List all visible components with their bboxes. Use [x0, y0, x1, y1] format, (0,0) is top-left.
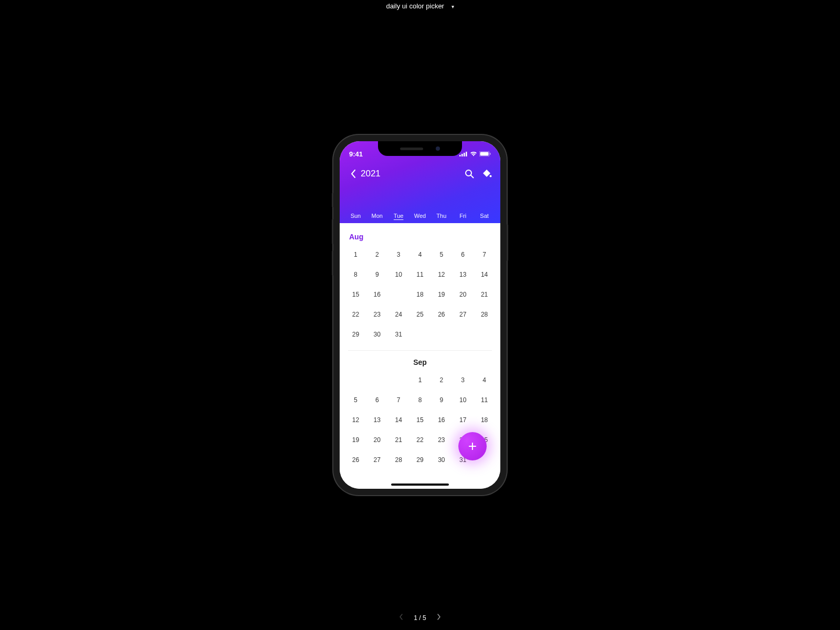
- day-cell[interactable]: 9: [430, 393, 452, 407]
- day-number: 8: [418, 396, 422, 404]
- day-number: 31: [395, 331, 402, 338]
- chevron-left-icon: [399, 614, 403, 620]
- day-cell[interactable]: 27: [366, 453, 388, 467]
- day-number: 17: [459, 416, 466, 424]
- svg-rect-3: [466, 152, 467, 156]
- day-cell[interactable]: 14: [474, 267, 495, 282]
- day-cell[interactable]: 14: [388, 413, 410, 427]
- viewer-title-bar[interactable]: daily ui color picker ▾: [0, 2, 840, 10]
- dow-tue: Tue: [388, 213, 410, 219]
- day-cell[interactable]: 16: [430, 413, 452, 427]
- day-cell[interactable]: 11: [474, 393, 495, 407]
- day-cell[interactable]: 17: [452, 413, 474, 427]
- month-label-sep[interactable]: Sep: [345, 356, 495, 371]
- nav-row: 2021: [340, 161, 500, 179]
- day-cell[interactable]: 8: [410, 393, 431, 407]
- day-cell[interactable]: 19: [430, 287, 452, 302]
- day-cell[interactable]: 10: [452, 393, 474, 407]
- day-number: 14: [481, 271, 488, 278]
- day-cell[interactable]: 30: [430, 453, 452, 467]
- day-cell[interactable]: 4: [474, 373, 495, 387]
- day-cell[interactable]: 19: [345, 433, 366, 447]
- day-cell[interactable]: 21: [474, 287, 495, 302]
- empty-cell: [366, 373, 388, 387]
- day-number: 12: [438, 271, 445, 278]
- day-cell[interactable]: 30: [366, 327, 388, 342]
- add-event-fab[interactable]: +: [458, 432, 487, 460]
- day-cell[interactable]: 17: [388, 287, 410, 302]
- day-cell[interactable]: 2: [366, 247, 388, 262]
- day-cell[interactable]: 6: [452, 247, 474, 262]
- day-number: 16: [374, 291, 381, 298]
- day-cell[interactable]: 26: [430, 307, 452, 322]
- phone-volume-up: [332, 219, 333, 244]
- day-cell[interactable]: 13: [452, 267, 474, 282]
- day-cell[interactable]: 12: [345, 413, 366, 427]
- day-cell[interactable]: 28: [388, 453, 410, 467]
- back-button[interactable]: [346, 170, 361, 178]
- day-cell[interactable]: 26: [345, 453, 366, 467]
- home-indicator[interactable]: [391, 484, 449, 486]
- day-cell[interactable]: 23: [430, 433, 452, 447]
- month-label-aug[interactable]: Aug: [345, 230, 495, 245]
- day-cell[interactable]: 1: [410, 373, 431, 387]
- day-number: 20: [459, 291, 466, 298]
- day-cell[interactable]: 7: [474, 247, 495, 262]
- day-cell[interactable]: 22: [345, 307, 366, 322]
- chevron-down-icon: ▾: [452, 4, 454, 9]
- day-cell[interactable]: 2: [430, 373, 452, 387]
- pager-next[interactable]: [437, 614, 441, 622]
- day-cell[interactable]: 15: [410, 413, 431, 427]
- day-cell[interactable]: 3: [452, 373, 474, 387]
- day-cell[interactable]: 7: [388, 393, 410, 407]
- search-button[interactable]: [465, 169, 474, 178]
- battery-icon: [479, 151, 491, 156]
- day-cell[interactable]: 22: [410, 433, 431, 447]
- day-cell[interactable]: 23: [366, 307, 388, 322]
- status-icons: [459, 151, 491, 156]
- nav-actions: [465, 169, 492, 178]
- day-cell[interactable]: 8: [345, 267, 366, 282]
- day-number: 30: [374, 331, 381, 338]
- day-cell[interactable]: 27: [452, 307, 474, 322]
- day-cell[interactable]: 25: [410, 307, 431, 322]
- day-number: 8: [354, 271, 358, 278]
- day-cell[interactable]: 5: [345, 393, 366, 407]
- front-camera: [436, 146, 440, 151]
- day-cell[interactable]: 24: [388, 307, 410, 322]
- day-cell[interactable]: 29: [345, 327, 366, 342]
- day-cell[interactable]: 18: [410, 287, 431, 302]
- day-cell[interactable]: 11: [410, 267, 431, 282]
- day-cell[interactable]: 1: [345, 247, 366, 262]
- year-label[interactable]: 2021: [361, 169, 465, 179]
- speaker-grille: [400, 148, 423, 150]
- dow-sun: Sun: [345, 213, 366, 219]
- day-number: 5: [440, 251, 444, 258]
- day-cell[interactable]: 28: [474, 307, 495, 322]
- day-number: 29: [416, 456, 423, 464]
- day-cell[interactable]: 20: [452, 287, 474, 302]
- day-number: 7: [397, 396, 401, 404]
- day-cell[interactable]: 4: [410, 247, 431, 262]
- day-number: 17: [395, 291, 402, 298]
- day-cell[interactable]: 31: [388, 327, 410, 342]
- day-number: 3: [461, 376, 465, 384]
- day-number: 28: [481, 311, 488, 318]
- pager-prev[interactable]: [399, 614, 403, 622]
- day-cell[interactable]: 5: [430, 247, 452, 262]
- day-cell[interactable]: 6: [366, 393, 388, 407]
- svg-rect-0: [459, 155, 461, 156]
- day-cell[interactable]: 3: [388, 247, 410, 262]
- paint-button[interactable]: [482, 169, 492, 178]
- day-cell[interactable]: 16: [366, 287, 388, 302]
- day-cell[interactable]: 18: [474, 413, 495, 427]
- day-cell[interactable]: 21: [388, 433, 410, 447]
- day-cell[interactable]: 10: [388, 267, 410, 282]
- day-cell[interactable]: 9: [366, 267, 388, 282]
- day-cell[interactable]: 20: [366, 433, 388, 447]
- day-cell[interactable]: 15: [345, 287, 366, 302]
- day-number: 24: [395, 311, 402, 318]
- day-cell[interactable]: 29: [410, 453, 431, 467]
- day-cell[interactable]: 13: [366, 413, 388, 427]
- day-cell[interactable]: 12: [430, 267, 452, 282]
